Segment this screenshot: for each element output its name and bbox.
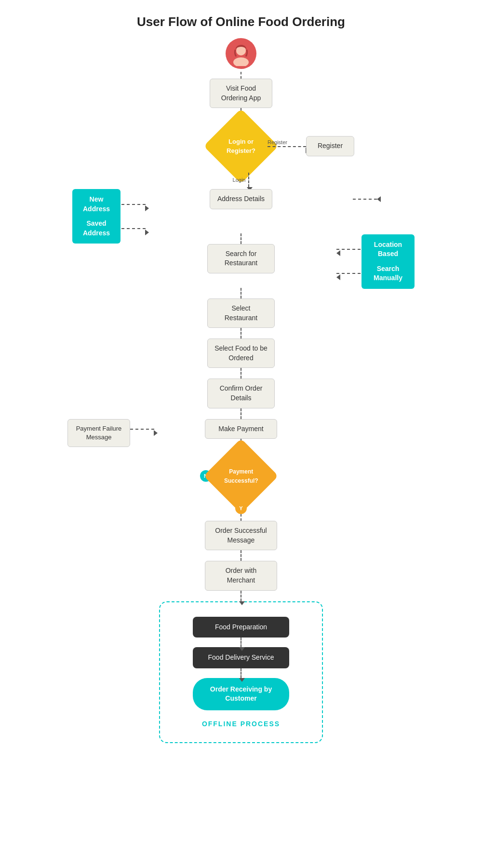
offline-label: OFFLINE PROCESS <box>202 720 280 728</box>
select-food-box: Select Food to be Ordered <box>207 339 275 368</box>
order-merchant-box: Order with Merchant <box>205 561 277 590</box>
flowchart: Visit Food Ordering App Login or Registe… <box>43 38 439 743</box>
login-label: Login <box>233 177 246 183</box>
make-payment-box: Make Payment <box>205 419 277 439</box>
offline-process-container: Food Preparation Food Delivery Service O… <box>159 601 323 743</box>
avatar <box>226 38 256 69</box>
page: User Flow of Online Food Ordering <box>0 0 482 868</box>
register-arrow-label: Register <box>268 139 287 145</box>
order-receiving-box: Order Receiving by Customer <box>193 678 289 710</box>
food-preparation-box: Food Preparation <box>193 617 289 638</box>
confirm-order-box: Confirm Order Details <box>207 379 275 408</box>
payment-failure-box: Payment Failure Message <box>67 419 130 447</box>
search-restaurant-box: Search for Restaurant <box>207 244 275 273</box>
order-successful-box: Order Successful Message <box>205 521 277 550</box>
register-box: Register <box>306 136 354 156</box>
select-restaurant-box: Select Restaurant <box>207 298 275 328</box>
search-manually-box: Search Manually <box>362 258 415 289</box>
saved-address-box: Saved Address <box>72 213 120 244</box>
visit-app-box: Visit Food Ordering App <box>210 79 272 108</box>
badge-y: Y <box>235 502 247 514</box>
page-title: User Flow of Online Food Ordering <box>137 14 345 29</box>
address-details-box: Address Details <box>210 189 272 209</box>
